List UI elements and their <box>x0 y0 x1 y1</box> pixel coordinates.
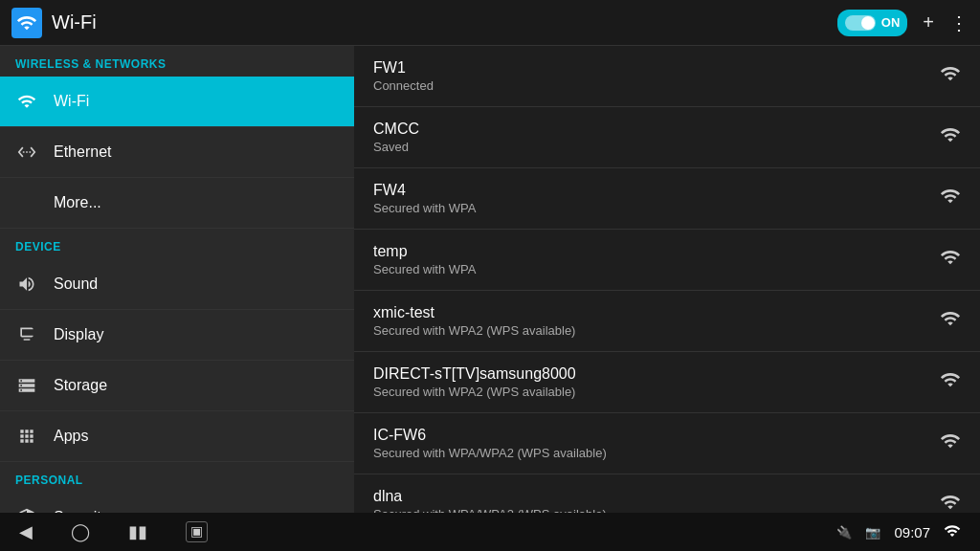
home-button[interactable]: ◯ <box>71 521 90 542</box>
top-bar-left: Wi-Fi <box>11 8 837 38</box>
more-icon <box>15 191 38 214</box>
sidebar: WIRELESS & NETWORKS Wi-Fi Ethernet More.… <box>0 46 354 513</box>
storage-icon <box>15 374 38 397</box>
ethernet-icon <box>15 141 38 164</box>
clock: 09:07 <box>894 524 930 540</box>
display-icon <box>15 323 38 346</box>
wifi-icon <box>15 90 38 113</box>
gallery-icon: 📷 <box>865 525 880 540</box>
wifi-network-name: CMCC <box>373 121 940 138</box>
wifi-network-item[interactable]: DIRECT-sT[TV]samsung8000Secured with WPA… <box>354 352 980 413</box>
bottom-bar: ◀ ◯ ▮▮ ▣ 🔌 📷 09:07 <box>0 513 980 551</box>
wifi-network-name: dlna <box>373 488 940 505</box>
wifi-status-icon <box>944 522 961 542</box>
wifi-network-status: Secured with WPA <box>373 201 940 215</box>
wifi-network-name: FW4 <box>373 182 940 199</box>
wifi-network-status: Connected <box>373 78 940 93</box>
wifi-network-info: CMCCSaved <box>373 121 940 154</box>
wifi-network-item[interactable]: CMCCSaved <box>354 107 980 168</box>
wifi-network-info: xmic-testSecured with WPA2 (WPS availabl… <box>373 304 940 338</box>
wifi-signal-icon <box>940 369 961 395</box>
wifi-network-status: Secured with WPA <box>373 262 940 276</box>
wifi-signal-icon <box>940 186 961 211</box>
security-icon <box>15 506 38 513</box>
wifi-network-item[interactable]: FW1Connected <box>354 46 980 107</box>
page-title: Wi-Fi <box>52 11 97 33</box>
recents-button[interactable]: ▮▮ <box>128 521 147 542</box>
toggle-thumb <box>861 16 875 30</box>
status-area: 🔌 📷 09:07 <box>836 522 961 542</box>
back-button[interactable]: ◀ <box>19 521 33 542</box>
sidebar-item-sound[interactable]: Sound <box>0 259 354 310</box>
wifi-network-info: IC-FW6Secured with WPA/WPA2 (WPS availab… <box>373 427 940 460</box>
toggle-label: ON <box>881 15 901 30</box>
section-wireless-networks: WIRELESS & NETWORKS <box>0 46 354 77</box>
sidebar-item-storage[interactable]: Storage <box>0 361 354 411</box>
wifi-network-status: Saved <box>373 140 940 154</box>
main-layout: WIRELESS & NETWORKS Wi-Fi Ethernet More.… <box>0 46 980 513</box>
wifi-network-status: Secured with WPA/WPA2 (WPS available) <box>373 446 940 460</box>
wifi-network-name: FW1 <box>373 59 940 77</box>
wifi-network-name: temp <box>373 243 940 260</box>
sidebar-item-apps[interactable]: Apps <box>0 411 354 462</box>
apps-icon <box>15 425 38 448</box>
wifi-network-name: DIRECT-sT[TV]samsung8000 <box>373 365 940 383</box>
sidebar-sound-label: Sound <box>54 276 98 293</box>
wifi-network-info: tempSecured with WPA <box>373 243 940 276</box>
sidebar-item-security[interactable]: Security <box>0 493 354 513</box>
sidebar-ethernet-label: Ethernet <box>54 143 111 161</box>
wifi-signal-icon <box>940 63 961 89</box>
wifi-network-item[interactable]: dlnaSecured with WPA/WPA2 (WPS available… <box>354 474 980 513</box>
wifi-signal-icon <box>940 308 961 334</box>
wifi-signal-icon <box>940 430 961 456</box>
usb-icon: 🔌 <box>836 525 852 540</box>
wifi-network-list: FW1Connected CMCCSaved FW4Secured with W… <box>354 46 980 513</box>
wifi-network-info: DIRECT-sT[TV]samsung8000Secured with WPA… <box>373 365 940 399</box>
sidebar-more-label: More... <box>54 194 101 211</box>
toggle-track <box>845 15 876 31</box>
top-bar-right: ON + ⋮ <box>837 10 969 36</box>
nav-buttons: ◀ ◯ ▮▮ ▣ <box>19 521 208 542</box>
wifi-signal-icon <box>940 247 961 273</box>
sidebar-item-display[interactable]: Display <box>0 310 354 361</box>
wifi-toggle[interactable]: ON <box>837 10 908 36</box>
section-device: DEVICE <box>0 229 354 259</box>
wifi-network-info: FW4Secured with WPA <box>373 182 940 215</box>
wifi-network-status: Secured with WPA2 (WPS available) <box>373 323 940 338</box>
sidebar-item-wifi[interactable]: Wi-Fi <box>0 77 354 127</box>
overflow-menu-button[interactable]: ⋮ <box>949 11 969 34</box>
wifi-network-name: IC-FW6 <box>373 427 940 444</box>
wifi-signal-icon <box>940 124 961 150</box>
wifi-signal-icon <box>940 492 961 513</box>
wifi-network-name: xmic-test <box>373 304 940 321</box>
wifi-settings-icon <box>11 8 42 38</box>
sidebar-storage-label: Storage <box>54 377 107 394</box>
wifi-network-info: dlnaSecured with WPA/WPA2 (WPS available… <box>373 488 940 513</box>
wifi-network-status: Secured with WPA2 (WPS available) <box>373 385 940 399</box>
sidebar-display-label: Display <box>54 326 103 343</box>
sidebar-wifi-label: Wi-Fi <box>54 93 89 110</box>
wifi-network-item[interactable]: tempSecured with WPA <box>354 230 980 291</box>
wifi-network-item[interactable]: xmic-testSecured with WPA2 (WPS availabl… <box>354 291 980 352</box>
add-network-button[interactable]: + <box>923 11 934 33</box>
sidebar-item-ethernet[interactable]: Ethernet <box>0 127 354 178</box>
wifi-network-item[interactable]: IC-FW6Secured with WPA/WPA2 (WPS availab… <box>354 413 980 474</box>
wifi-network-info: FW1Connected <box>373 59 940 93</box>
screenshot-button[interactable]: ▣ <box>186 521 208 542</box>
wifi-network-item[interactable]: FW4Secured with WPA <box>354 168 980 230</box>
sound-icon <box>15 273 38 296</box>
top-bar: Wi-Fi ON + ⋮ <box>0 0 980 46</box>
sidebar-item-more[interactable]: More... <box>0 178 354 229</box>
sidebar-apps-label: Apps <box>54 428 88 445</box>
section-personal: PERSONAL <box>0 462 354 493</box>
